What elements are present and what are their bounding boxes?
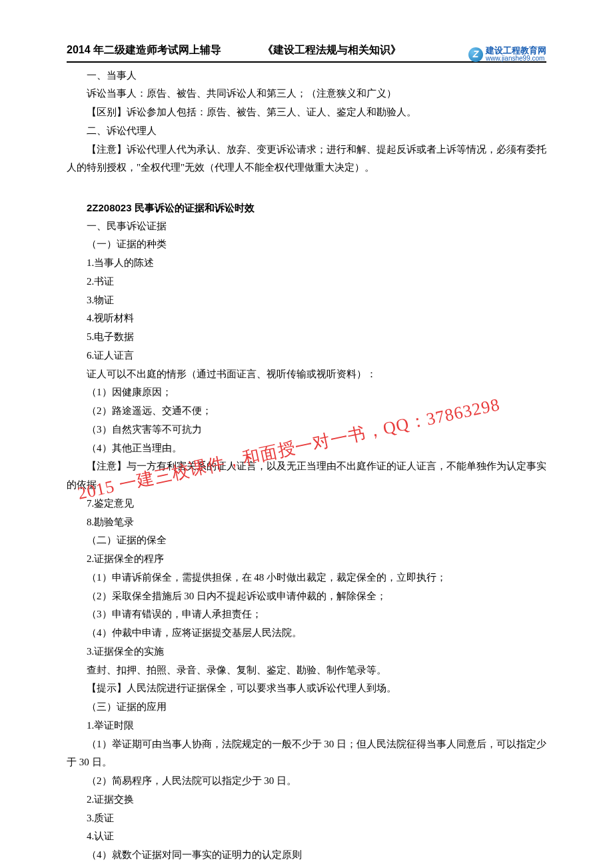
para: 2.书证 [67, 273, 546, 291]
para: （1）因健康原因； [67, 383, 546, 402]
para: （3）自然灾害等不可抗力 [67, 421, 546, 439]
para: 证人可以不出庭的情形（通过书面证言、视听传输或视听资料）： [67, 365, 546, 384]
para: 3.物证 [67, 291, 546, 310]
para: （一）证据的种类 [67, 235, 546, 254]
para: 3.证据保全的实施 [67, 643, 546, 661]
para: 8.勘验笔录 [67, 513, 546, 532]
para: 【注意】诉讼代理人代为承认、放弃、变更诉讼请求；进行和解、提起反诉或者上诉等情况… [67, 141, 546, 178]
logo-url: www.jianshe99.com [486, 55, 546, 63]
site-logo: Z 建设工程教育网 www.jianshe99.com [468, 46, 546, 62]
para: （4）仲裁中申请，应将证据提交基层人民法院。 [67, 624, 546, 643]
para: （二）证据的保全 [67, 531, 546, 550]
para: （4）其他正当理由。 [67, 439, 546, 458]
header-book-title: 《建设工程法规与相关知识》 [221, 40, 468, 60]
para: （1）举证期可由当事人协商，法院规定的一般不少于 30 日；但人民法院征得当事人… [67, 735, 546, 773]
para: 【注意】与一方有利害关系的证人证言，以及无正当理由不出庭作证的证人证言，不能单独… [67, 457, 546, 495]
document-body: 一、当事人 诉讼当事人：原告、被告、共同诉讼人和第三人；（注意狭义和广义） 【区… [67, 67, 546, 868]
para: 4.认证 [67, 827, 546, 846]
para: 1.当事人的陈述 [67, 254, 546, 273]
page: 2014 年二级建造师考试网上辅导 《建设工程法规与相关知识》 Z 建设工程教育… [0, 0, 613, 868]
para: 2.证据保全的程序 [67, 550, 546, 569]
para: 4.视听材料 [67, 309, 546, 328]
para: 【提示】人民法院进行证据保全，可以要求当事人或诉讼代理人到场。 [67, 679, 546, 698]
logo-icon: Z [468, 47, 483, 62]
para: （2）采取保全措施后 30 日内不提起诉讼或申请仲裁的，解除保全； [67, 587, 546, 606]
logo-text: 建设工程教育网 www.jianshe99.com [486, 46, 546, 62]
para-blank [67, 177, 546, 196]
para: 6.证人证言 [67, 347, 546, 365]
para: 2.证据交换 [67, 791, 546, 809]
para: 二、诉讼代理人 [67, 122, 546, 141]
para: 诉讼当事人：原告、被告、共同诉讼人和第三人；（注意狭义和广义） [67, 85, 546, 103]
para: 1.举证时限 [67, 717, 546, 735]
para: 一、当事人 [67, 67, 546, 85]
para: （1）申请诉前保全，需提供担保，在 48 小时做出裁定，裁定保全的，立即执行； [67, 569, 546, 587]
para: 一、民事诉讼证据 [67, 217, 546, 236]
para: （2）简易程序，人民法院可以指定少于 30 日。 [67, 772, 546, 791]
logo-cn: 建设工程教育网 [486, 46, 546, 55]
para: 5.电子数据 [67, 328, 546, 347]
header-course: 2014 年二级建造师考试网上辅导 [67, 40, 221, 60]
para: （三）证据的应用 [67, 698, 546, 717]
para: （2）路途遥远、交通不便； [67, 402, 546, 421]
para: 3.质证 [67, 809, 546, 828]
para: （3）申请有错误的，申请人承担责任； [67, 605, 546, 624]
page-header: 2014 年二级建造师考试网上辅导 《建设工程法规与相关知识》 Z 建设工程教育… [67, 40, 546, 63]
section-heading: 2Z208023 民事诉讼的证据和诉讼时效 [67, 199, 546, 217]
para: 7.鉴定意见 [67, 495, 546, 513]
para: 【区别】诉讼参加人包括：原告、被告、第三人、证人、鉴定人和勘验人。 [67, 103, 546, 122]
para: （4）就数个证据对同一事实的证明力的认定原则 [67, 846, 546, 865]
para: 查封、扣押、拍照、录音、录像、复制、鉴定、勘验、制作笔录等。 [67, 661, 546, 680]
